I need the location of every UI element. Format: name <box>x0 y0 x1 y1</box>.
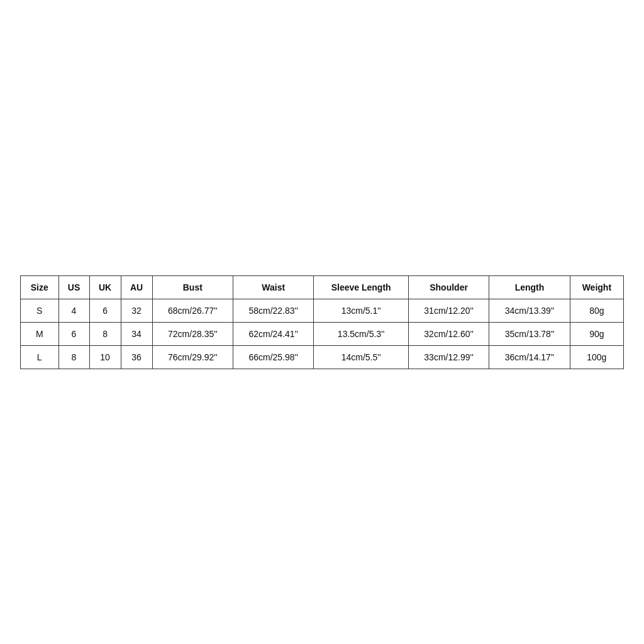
table-cell-r1-c9: 90g <box>570 322 623 345</box>
col-header-weight: Weight <box>570 275 623 299</box>
col-header-us: US <box>58 275 89 299</box>
table-cell-r1-c2: 8 <box>89 322 121 345</box>
table-cell-r2-c0: L <box>21 345 59 369</box>
table-cell-r1-c5: 62cm/24.41'' <box>233 322 314 345</box>
table-cell-r2-c8: 36cm/14.17'' <box>489 345 570 369</box>
table-cell-r2-c2: 10 <box>89 345 121 369</box>
col-header-bust: Bust <box>152 275 233 299</box>
table-cell-r1-c4: 72cm/28.35'' <box>152 322 233 345</box>
table-cell-r2-c4: 76cm/29.92'' <box>152 345 233 369</box>
col-header-size: Size <box>21 275 59 299</box>
table-cell-r0-c4: 68cm/26.77'' <box>152 299 233 322</box>
table-cell-r1-c8: 35cm/13.78'' <box>489 322 570 345</box>
table-cell-r2-c9: 100g <box>570 345 623 369</box>
col-header-au: AU <box>121 275 152 299</box>
table-cell-r2-c1: 8 <box>58 345 89 369</box>
table-cell-r2-c7: 33cm/12.99'' <box>408 345 489 369</box>
table-cell-r1-c0: M <box>21 322 59 345</box>
size-chart-container: SizeUSUKAUBustWaistSleeve LengthShoulder… <box>20 275 624 369</box>
table-cell-r1-c6: 13.5cm/5.3'' <box>314 322 408 345</box>
col-header-length: Length <box>489 275 570 299</box>
table-body: S463268cm/26.77''58cm/22.83''13cm/5.1''3… <box>21 299 624 369</box>
table-cell-r1-c3: 34 <box>121 322 152 345</box>
table-cell-r0-c3: 32 <box>121 299 152 322</box>
size-chart-table: SizeUSUKAUBustWaistSleeve LengthShoulder… <box>20 275 624 369</box>
col-header-uk: UK <box>89 275 121 299</box>
table-cell-r0-c6: 13cm/5.1'' <box>314 299 408 322</box>
table-cell-r0-c0: S <box>21 299 59 322</box>
col-header-sleeve-length: Sleeve Length <box>314 275 408 299</box>
col-header-shoulder: Shoulder <box>408 275 489 299</box>
table-cell-r2-c5: 66cm/25.98'' <box>233 345 314 369</box>
table-row: M683472cm/28.35''62cm/24.41''13.5cm/5.3'… <box>21 322 624 345</box>
table-row: L8103676cm/29.92''66cm/25.98''14cm/5.5''… <box>21 345 624 369</box>
table-cell-r0-c1: 4 <box>58 299 89 322</box>
table-cell-r1-c7: 32cm/12.60'' <box>408 322 489 345</box>
table-cell-r0-c8: 34cm/13.39'' <box>489 299 570 322</box>
table-cell-r2-c6: 14cm/5.5'' <box>314 345 408 369</box>
table-cell-r2-c3: 36 <box>121 345 152 369</box>
table-cell-r1-c1: 6 <box>58 322 89 345</box>
table-cell-r0-c9: 80g <box>570 299 623 322</box>
table-header-row: SizeUSUKAUBustWaistSleeve LengthShoulder… <box>21 275 624 299</box>
table-row: S463268cm/26.77''58cm/22.83''13cm/5.1''3… <box>21 299 624 322</box>
col-header-waist: Waist <box>233 275 314 299</box>
table-cell-r0-c2: 6 <box>89 299 121 322</box>
table-cell-r0-c7: 31cm/12.20'' <box>408 299 489 322</box>
table-cell-r0-c5: 58cm/22.83'' <box>233 299 314 322</box>
